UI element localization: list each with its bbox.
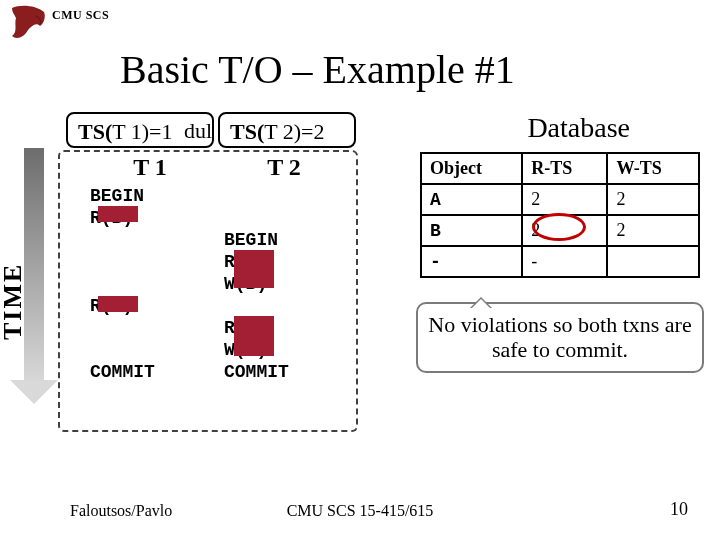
ts-t1-suffix: )=1 [142, 119, 173, 144]
database-heading: Database [527, 112, 630, 144]
svg-marker-0 [10, 380, 58, 404]
db-cell: 2 [607, 184, 699, 215]
footer-page-number: 10 [670, 499, 688, 520]
db-cell: A [421, 184, 522, 215]
table-row: - - [421, 246, 699, 277]
schedule-col-t1-header: T 1 [90, 154, 210, 181]
highlight-oval-icon [532, 213, 586, 241]
ts-between-text: dul [184, 118, 212, 144]
ts-t1-prefix: TS( [78, 119, 112, 144]
db-cell: - [421, 246, 522, 277]
schedule-col-t1: T 1 BEGIN R(B) R(A) COMMIT [90, 152, 210, 383]
op-marker-icon [98, 296, 138, 312]
db-cell [607, 246, 699, 277]
callout-box: No violations so both txns are safe to c… [416, 302, 704, 373]
cmu-dragon-logo [6, 2, 50, 46]
db-cell: 2 [607, 215, 699, 246]
db-col-rts: R-TS [522, 153, 607, 184]
db-cell: 2 [522, 184, 607, 215]
table-row: A 2 2 [421, 184, 699, 215]
db-cell: - [522, 246, 607, 277]
time-axis-label: TIME [0, 263, 28, 340]
ts-t2-badge: TS(T 2)=2 [218, 112, 356, 148]
footer-course: CMU SCS 15-415/615 [0, 502, 720, 520]
db-cell: B [421, 215, 522, 246]
ts-t1-mid: T 1 [112, 119, 142, 144]
cmu-scs-label: CMU SCS [52, 8, 109, 23]
ts-t2-mid: T 2 [264, 119, 294, 144]
callout-text: No violations so both txns are safe to c… [428, 312, 691, 362]
schedule-col-t2-header: T 2 [224, 154, 344, 181]
schedule-box: T 1 BEGIN R(B) R(A) COMMIT T 2 BEGIN R(B… [58, 150, 358, 432]
op-marker-icon [98, 206, 138, 222]
op-marker-icon [234, 340, 274, 356]
op-marker-icon [234, 272, 274, 288]
db-col-object: Object [421, 153, 522, 184]
ts-t2-suffix: )=2 [294, 119, 325, 144]
slide-title: Basic T/O – Example #1 [120, 46, 515, 93]
db-col-wts: W-TS [607, 153, 699, 184]
ts-t2-prefix: TS( [230, 119, 264, 144]
